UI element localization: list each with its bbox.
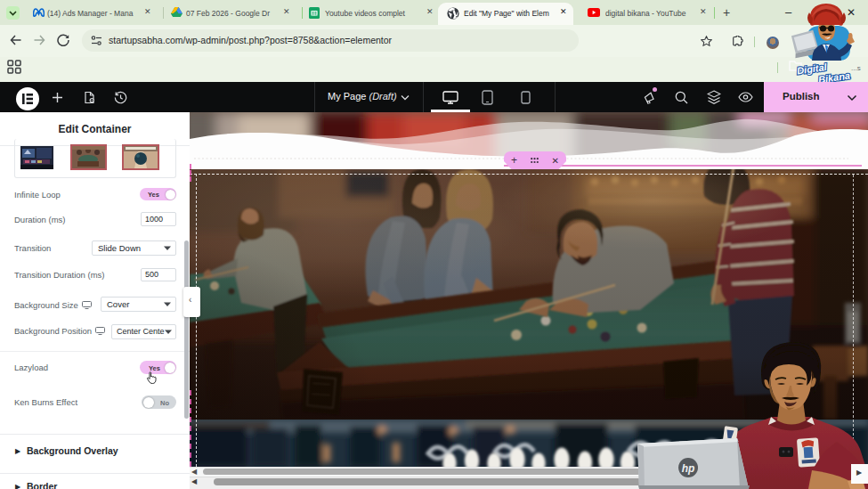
svg-text:hp: hp [682,462,695,475]
